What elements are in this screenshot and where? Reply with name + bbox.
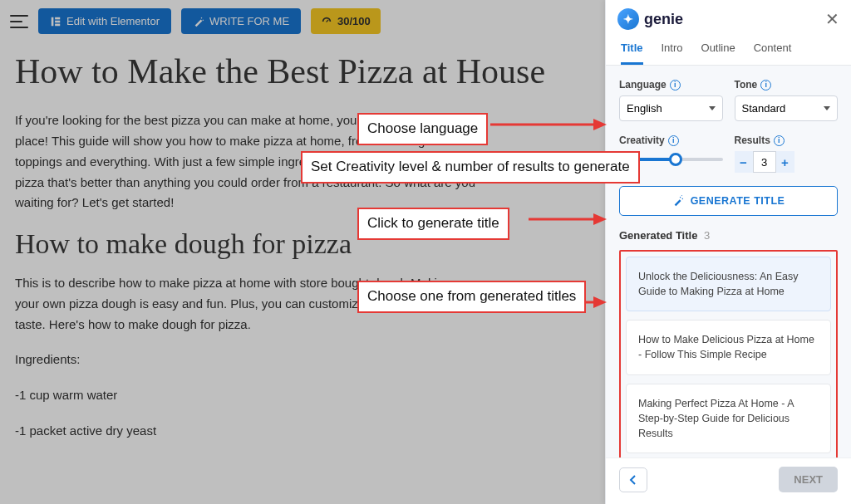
post-paragraph: -1 packet active dry yeast [15,421,583,442]
genie-logo: ✦ genie [617,8,683,30]
edit-elementor-label: Edit with Elementor [66,15,160,27]
genie-logo-icon: ✦ [617,8,639,30]
score-label: 30/100 [337,15,371,27]
generate-title-label: GENERATE TITLE [691,195,785,207]
creativity-label: Creativity [619,135,665,146]
genie-brand: genie [644,11,683,28]
language-label: Language [619,79,667,91]
editor-toolbar: Edit with Elementor WRITE FOR ME 30/100 [0,0,605,42]
svg-marker-9 [593,213,607,225]
wand-icon [672,195,684,207]
svg-rect-2 [55,20,60,22]
svg-rect-1 [55,17,60,19]
callout-language: Choose language [357,113,488,145]
post-content: How to Make the Best Pizza at House If y… [0,42,605,473]
svg-rect-3 [55,23,60,26]
tone-select[interactable]: Standard [735,95,839,121]
tab-intro[interactable]: Intro [662,42,683,65]
info-icon[interactable]: i [760,80,771,91]
generated-titles-list: Unlock the Deliciousness: An Easy Guide … [619,250,838,458]
language-select[interactable]: English [619,95,723,121]
decrement-button[interactable]: − [735,151,753,173]
back-button[interactable] [619,467,647,492]
generate-title-button[interactable]: GENERATE TITLE [619,186,838,216]
post-paragraph: Ingredients: [15,350,583,370]
info-icon[interactable]: i [670,80,681,91]
gauge-icon [321,16,332,27]
score-button[interactable]: 30/100 [311,8,381,34]
chevron-down-icon [824,106,830,110]
tab-title[interactable]: Title [621,42,643,65]
next-button[interactable]: NEXT [779,467,838,492]
post-paragraph: -1 cup warm water [15,385,583,406]
genie-sidebar: ✦ genie ✕ Title Intro Outline Content La… [605,0,851,504]
increment-button[interactable]: + [776,151,794,173]
generated-title-heading: Generated Title 3 [619,229,838,242]
tone-label: Tone [735,79,758,91]
elementor-icon [50,16,61,27]
write-for-me-button[interactable]: WRITE FOR ME [181,8,301,34]
edit-elementor-button[interactable]: Edit with Elementor [38,8,171,34]
tone-value: Standard [742,102,786,115]
svg-marker-11 [593,296,607,308]
generated-count: 3 [704,229,710,242]
post-heading-1: How to Make the Best Pizza at House [15,51,583,92]
results-label: Results [735,135,770,146]
callout-creativity: Set Creativity level & number of results… [301,151,640,183]
results-value: 3 [753,151,776,173]
close-button[interactable]: ✕ [825,11,839,27]
tab-outline[interactable]: Outline [701,42,735,65]
info-icon[interactable]: i [668,135,679,146]
wizard-tabs: Title Intro Outline Content [606,37,851,66]
generated-title-option[interactable]: How to Make Delicious Pizza at Home - Fo… [626,320,831,374]
callout-generate: Click to generate title [357,208,509,240]
wand-icon [193,16,204,27]
info-icon[interactable]: i [774,135,785,146]
generated-title-option[interactable]: Unlock the Deliciousness: An Easy Guide … [626,257,831,311]
svg-rect-0 [52,17,54,26]
generated-title-option[interactable]: Making Perfect Pizza At Home - A Step-by… [626,384,831,453]
menu-icon[interactable] [10,15,28,28]
svg-marker-5 [593,119,607,130]
write-for-me-label: WRITE FOR ME [209,15,289,27]
chevron-left-icon [629,474,637,486]
tab-content[interactable]: Content [754,42,792,65]
results-stepper: − 3 + [735,151,839,173]
callout-choose-title: Choose one from generated titles [357,281,586,313]
chevron-down-icon [709,106,716,110]
language-value: English [627,102,662,115]
slider-thumb[interactable] [669,153,682,166]
